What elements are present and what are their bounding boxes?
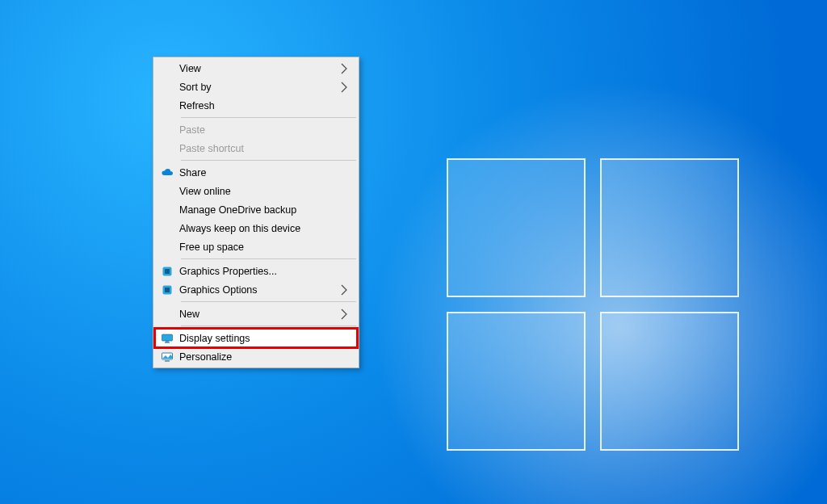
menu-item-graphics-options[interactable]: Graphics Options	[155, 280, 357, 299]
personalize-icon	[155, 351, 179, 363]
chevron-right-icon	[338, 308, 351, 321]
cloud-icon	[155, 166, 179, 179]
windows-logo-pane	[447, 158, 586, 297]
menu-separator	[181, 117, 356, 118]
menu-item-label: Refresh	[179, 100, 351, 111]
menu-item-label: New	[179, 309, 338, 320]
menu-separator	[181, 326, 356, 326]
menu-item-manage-onedrive[interactable]: Manage OneDrive backup	[155, 200, 357, 219]
windows-logo-pane	[600, 158, 739, 297]
svg-rect-3	[165, 288, 170, 292]
chevron-right-icon	[338, 284, 351, 296]
windows-logo-pane	[447, 312, 586, 451]
chevron-right-icon	[338, 81, 351, 94]
menu-item-label: Graphics Properties...	[179, 266, 351, 277]
menu-item-label: Paste shortcut	[179, 143, 351, 154]
svg-rect-1	[165, 269, 170, 274]
menu-item-label: Sort by	[179, 82, 338, 93]
svg-rect-6	[165, 342, 170, 342]
chip-icon	[155, 265, 179, 278]
menu-item-label: Display settings	[179, 333, 351, 344]
menu-item-label: Personalize	[179, 351, 351, 363]
svg-rect-4	[162, 334, 173, 341]
menu-item-share[interactable]: Share	[155, 163, 357, 182]
windows-logo-pane	[600, 312, 739, 451]
menu-item-refresh[interactable]: Refresh	[155, 96, 357, 115]
desktop-context-menu: View Sort by Refresh Paste Paste	[153, 57, 359, 368]
chip-icon	[155, 284, 179, 296]
desktop-wallpaper[interactable]: View Sort by Refresh Paste Paste	[0, 0, 827, 504]
menu-item-display-settings[interactable]: Display settings	[155, 329, 357, 347]
menu-item-label: Share	[179, 167, 351, 178]
menu-separator	[181, 301, 356, 302]
menu-item-paste-shortcut: Paste shortcut	[155, 139, 357, 158]
menu-item-label: View	[179, 63, 338, 74]
menu-item-personalize[interactable]: Personalize	[155, 347, 357, 366]
menu-item-always-keep[interactable]: Always keep on this device	[155, 219, 357, 237]
menu-item-label: Graphics Options	[179, 284, 338, 296]
menu-item-graphics-properties[interactable]: Graphics Properties...	[155, 262, 357, 280]
monitor-icon	[155, 332, 179, 345]
menu-item-view[interactable]: View	[155, 59, 357, 78]
menu-item-view-online[interactable]: View online	[155, 182, 357, 200]
menu-item-free-up-space[interactable]: Free up space	[155, 237, 357, 256]
menu-item-label: Free up space	[179, 242, 351, 253]
menu-separator	[181, 160, 356, 161]
menu-item-label: Paste	[179, 124, 351, 136]
menu-item-label: Manage OneDrive backup	[179, 204, 351, 216]
menu-item-new[interactable]: New	[155, 304, 357, 323]
menu-item-sort-by[interactable]: Sort by	[155, 78, 357, 96]
menu-item-label: View online	[179, 186, 351, 197]
menu-item-paste: Paste	[155, 120, 357, 139]
svg-rect-5	[166, 341, 169, 342]
chevron-right-icon	[338, 62, 351, 75]
menu-separator	[181, 258, 356, 259]
menu-item-label: Always keep on this device	[179, 223, 351, 234]
svg-rect-8	[165, 360, 170, 361]
windows-logo	[447, 158, 739, 451]
